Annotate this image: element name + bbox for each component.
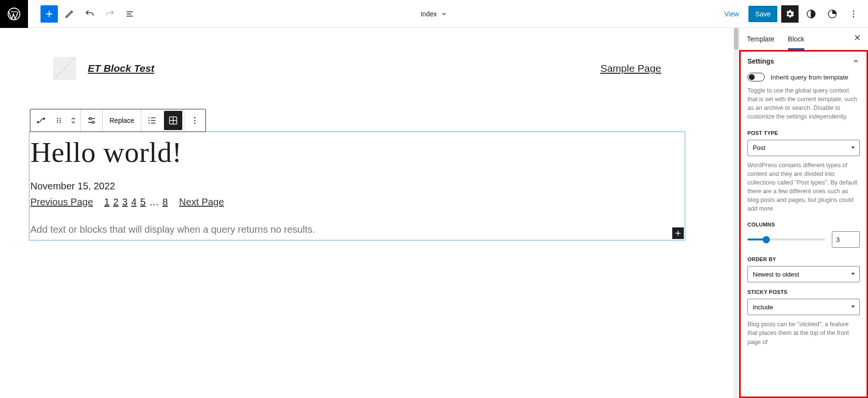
replace-button[interactable]: Replace bbox=[103, 109, 141, 132]
list-layout-button[interactable] bbox=[141, 109, 163, 132]
svg-point-5 bbox=[853, 16, 854, 17]
post-type-help: WordPress contains different types of co… bbox=[747, 161, 860, 213]
editor-topbar: Index View Save bbox=[0, 0, 868, 28]
undo-button[interactable] bbox=[81, 5, 98, 23]
post-type-select[interactable]: Post bbox=[747, 140, 860, 156]
block-type-icon[interactable] bbox=[30, 109, 52, 132]
styles-button[interactable] bbox=[802, 5, 820, 23]
block-more-button[interactable] bbox=[184, 109, 205, 132]
tab-block[interactable]: Block bbox=[788, 35, 804, 43]
nav-link-sample-page[interactable]: Sample Page bbox=[600, 63, 661, 74]
order-by-select[interactable]: Newest to oldest bbox=[747, 266, 860, 282]
status-button[interactable] bbox=[824, 5, 841, 23]
pagination-prev[interactable]: Previous Page bbox=[30, 197, 93, 208]
query-loop-block[interactable]: Hello world! November 15, 2022 Previous … bbox=[29, 132, 685, 240]
svg-point-6 bbox=[37, 121, 39, 123]
svg-point-11 bbox=[59, 120, 60, 121]
svg-point-10 bbox=[57, 120, 58, 121]
svg-point-15 bbox=[92, 121, 94, 123]
sticky-posts-select[interactable]: Include bbox=[747, 299, 860, 315]
chevron-up-icon bbox=[852, 57, 860, 65]
list-view-button[interactable] bbox=[122, 5, 139, 23]
svg-point-8 bbox=[57, 118, 58, 119]
svg-point-4 bbox=[853, 13, 854, 14]
tab-template[interactable]: Template bbox=[747, 35, 774, 43]
post-type-label: POST TYPE bbox=[747, 130, 860, 136]
pagination: Previous Page 1 2 3 4 5 … 8 Next Page bbox=[30, 197, 685, 208]
no-results-placeholder[interactable]: Add text or blocks that will display whe… bbox=[30, 224, 685, 235]
settings-button[interactable] bbox=[781, 5, 799, 23]
inline-add-block-button[interactable] bbox=[672, 227, 684, 239]
svg-point-3 bbox=[853, 10, 854, 12]
columns-input[interactable] bbox=[832, 231, 860, 248]
svg-point-13 bbox=[59, 122, 60, 123]
alignment-button[interactable] bbox=[81, 109, 102, 132]
post-date[interactable]: November 15, 2022 bbox=[30, 181, 685, 192]
post-title[interactable]: Hello world! bbox=[30, 136, 685, 169]
svg-point-7 bbox=[43, 118, 45, 119]
edit-tool-button[interactable] bbox=[61, 5, 78, 23]
scrollbar[interactable] bbox=[733, 28, 739, 398]
svg-point-9 bbox=[59, 118, 60, 119]
drag-handle[interactable] bbox=[52, 109, 66, 132]
settings-sidebar: Template Block Settings Inherit query fr… bbox=[739, 28, 868, 398]
sticky-posts-help: Blog posts can be "stickied", a feature … bbox=[747, 320, 860, 346]
wordpress-logo[interactable] bbox=[0, 0, 28, 28]
move-updown-button[interactable] bbox=[66, 109, 81, 132]
sticky-posts-label: STICKY POSTS bbox=[747, 289, 860, 295]
chevron-down-icon bbox=[441, 11, 448, 17]
settings-panel-title: Settings bbox=[747, 57, 774, 65]
columns-slider[interactable] bbox=[747, 239, 825, 240]
svg-point-17 bbox=[194, 117, 196, 119]
view-button[interactable]: View bbox=[719, 6, 745, 22]
svg-point-19 bbox=[194, 123, 196, 124]
pagination-numbers[interactable]: 1 2 3 4 5 … 8 bbox=[104, 197, 168, 208]
site-title[interactable]: ET Block Test bbox=[88, 63, 154, 74]
order-by-label: ORDER BY bbox=[747, 256, 860, 262]
columns-label: COLUMNS bbox=[747, 222, 860, 227]
grid-layout-button[interactable] bbox=[164, 111, 182, 130]
svg-point-12 bbox=[57, 122, 58, 123]
pagination-next[interactable]: Next Page bbox=[179, 197, 224, 208]
template-name: Index bbox=[420, 10, 437, 18]
inherit-query-toggle[interactable] bbox=[747, 73, 765, 81]
site-header: ET Block Test Sample Page bbox=[29, 57, 685, 80]
add-block-button[interactable] bbox=[41, 5, 58, 23]
redo-button[interactable] bbox=[101, 5, 119, 23]
settings-panel-header[interactable]: Settings bbox=[741, 52, 867, 70]
document-title[interactable]: Index bbox=[420, 10, 448, 18]
save-button[interactable]: Save bbox=[748, 6, 777, 22]
more-options-button[interactable] bbox=[845, 5, 862, 23]
svg-point-14 bbox=[89, 118, 92, 120]
block-toolbar: Replace bbox=[30, 109, 206, 132]
inherit-query-label: Inherit query from template bbox=[771, 74, 848, 81]
inherit-query-help: Toggle to use the global query context t… bbox=[747, 86, 860, 121]
site-logo-placeholder[interactable] bbox=[53, 57, 76, 80]
svg-point-18 bbox=[194, 120, 196, 121]
close-sidebar-button[interactable] bbox=[854, 34, 861, 41]
editor-canvas[interactable]: ET Block Test Sample Page bbox=[0, 28, 733, 398]
